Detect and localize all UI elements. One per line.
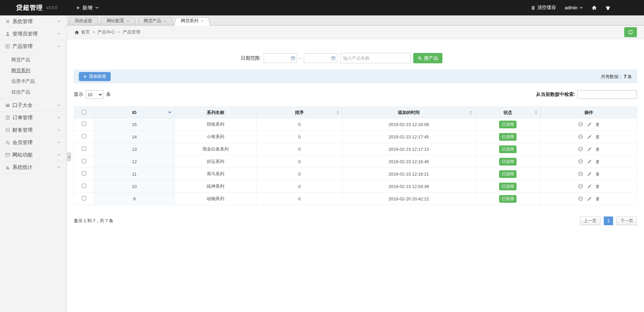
status-badge[interactable]: 已启用	[499, 183, 517, 190]
date-from-input[interactable]	[265, 56, 289, 61]
minus-circle-icon[interactable]	[578, 184, 583, 189]
home-button[interactable]	[592, 5, 597, 10]
status-badge[interactable]: 已启用	[499, 145, 517, 153]
edit-icon[interactable]	[587, 122, 591, 127]
column-header-排序[interactable]: 排序	[257, 107, 342, 118]
row-checkbox[interactable]	[82, 134, 86, 138]
edit-icon[interactable]	[587, 197, 591, 201]
tab-网站配置[interactable]: 网站配置×	[100, 16, 136, 25]
select-all-checkbox[interactable]	[82, 110, 86, 114]
sidebar-subitem-征信产品[interactable]: 征信产品	[0, 86, 67, 97]
order-icon	[5, 115, 10, 120]
status-badge[interactable]: 已启用	[499, 121, 517, 128]
add-tag-button[interactable]: 添加标签	[79, 72, 111, 81]
minus-circle-icon[interactable]	[578, 122, 583, 127]
sidebar-item-系统统计[interactable]: 系统统计	[0, 161, 67, 174]
sidebar-item-管理员管理[interactable]: 管理员管理	[0, 28, 67, 40]
next-page-button[interactable]: 下一页	[616, 216, 637, 225]
status-badge[interactable]: 已启用	[499, 195, 517, 203]
column-header-ID[interactable]: ID	[94, 107, 175, 118]
plus-icon	[83, 75, 87, 78]
sidebar-subitem-网贷产品[interactable]: 网贷产品	[0, 54, 67, 65]
minus-circle-icon[interactable]	[578, 196, 583, 201]
current-page-button[interactable]: 1	[604, 216, 613, 225]
row-checkbox[interactable]	[82, 146, 86, 151]
product-name-input[interactable]	[340, 53, 411, 63]
tab-close-icon[interactable]: ×	[201, 19, 204, 23]
minus-circle-icon[interactable]	[578, 134, 583, 139]
edit-icon[interactable]	[587, 172, 591, 176]
row-id-cell: 13	[94, 143, 175, 155]
delete-icon[interactable]	[595, 184, 600, 189]
sidebar-item-口子大全[interactable]: 口子大全	[0, 99, 67, 112]
row-checkbox[interactable]	[82, 171, 86, 176]
row-name-cell: 动物系列	[175, 193, 257, 205]
tab-网贷系列[interactable]: 网贷系列×	[174, 16, 210, 25]
delete-icon[interactable]	[595, 135, 600, 139]
sort-desc-icon	[168, 112, 171, 114]
pagination-info: 显示 1 到 7，共 7 条	[74, 218, 113, 224]
delete-icon[interactable]	[595, 147, 600, 151]
finance-icon	[5, 128, 10, 132]
breadcrumb-item-产品管理[interactable]: 产品管理	[123, 29, 140, 35]
edit-icon[interactable]	[587, 147, 591, 151]
tab-close-icon[interactable]: ×	[127, 19, 129, 23]
sidebar-subitem-网贷系列[interactable]: 网贷系列	[0, 65, 67, 76]
new-button[interactable]: 新增	[76, 5, 99, 11]
edit-icon[interactable]	[587, 135, 591, 139]
tab-网贷产品[interactable]: 网贷产品×	[137, 16, 173, 25]
delete-icon[interactable]	[595, 122, 600, 127]
delete-icon[interactable]	[595, 197, 600, 201]
tab-我的桌面[interactable]: 我的桌面	[68, 16, 99, 25]
stats-icon	[5, 165, 10, 170]
minus-circle-icon[interactable]	[578, 172, 583, 176]
row-checkbox[interactable]	[82, 184, 86, 188]
page-size-group: 显示 10 条	[74, 90, 111, 99]
column-header-状态[interactable]: 状态	[475, 107, 541, 118]
sidebar-item-会员管理[interactable]: 会员管理	[0, 136, 67, 149]
status-badge[interactable]: 已启用	[499, 133, 517, 141]
status-badge[interactable]: 已启用	[499, 170, 517, 178]
calendar-icon[interactable]	[331, 56, 335, 60]
breadcrumb-separator: >	[93, 30, 95, 35]
search-product-button[interactable]: 搜产品	[413, 53, 442, 63]
date-from-field[interactable]	[264, 53, 297, 63]
clear-cache-button[interactable]: 清空缓存	[531, 5, 556, 11]
page-size-select[interactable]: 10	[86, 90, 103, 99]
row-checkbox[interactable]	[82, 159, 86, 163]
tab-close-icon[interactable]: ×	[164, 19, 167, 23]
sidebar-item-产品管理[interactable]: 产品管理	[0, 40, 67, 53]
edit-icon[interactable]	[587, 160, 591, 164]
table-search-label: 从当前数据中检索:	[536, 91, 575, 98]
date-to-input[interactable]	[306, 56, 330, 61]
date-to-field[interactable]	[304, 53, 337, 63]
sidebar-item-系统管理[interactable]: 系统管理	[0, 15, 67, 28]
sidebar-item-订单管理[interactable]: 订单管理	[0, 112, 67, 124]
calendar-icon[interactable]	[291, 56, 295, 60]
row-checkbox[interactable]	[82, 196, 86, 200]
minus-circle-icon[interactable]	[578, 159, 583, 164]
table-search-input[interactable]	[577, 90, 637, 99]
theme-button[interactable]	[605, 6, 610, 10]
sidebar-item-网站功能[interactable]: 网站功能	[0, 149, 67, 161]
prev-page-button[interactable]: 上一页	[580, 216, 600, 225]
status-badge[interactable]: 已启用	[499, 158, 517, 166]
delete-icon[interactable]	[595, 172, 600, 176]
breadcrumb-item-首页[interactable]: 首页	[81, 29, 90, 35]
minus-circle-icon[interactable]	[578, 147, 583, 151]
column-header-添加的时间[interactable]: 添加的时间	[342, 107, 475, 118]
row-checkbox-cell	[74, 168, 94, 180]
sidebar-item-财务管理[interactable]: 财务管理	[0, 124, 67, 136]
table-row: 12好运系列02019-02-23 12:16:45已启用	[74, 155, 637, 168]
sidebar-subitem-信用卡产品[interactable]: 信用卡产品	[0, 76, 67, 86]
refresh-button[interactable]	[624, 27, 637, 37]
user-menu[interactable]: admin	[565, 5, 583, 10]
breadcrumb-item-产品中心[interactable]: 产品中心	[98, 29, 115, 35]
row-name-cell: 小猪系列	[175, 131, 257, 143]
row-id-cell: 15	[94, 118, 175, 131]
table-row: 15回收系列02019-02-23 12:18:09已启用	[74, 118, 637, 131]
edit-icon[interactable]	[587, 184, 591, 189]
row-checkbox[interactable]	[82, 122, 86, 126]
sidebar-collapse-handle[interactable]: ◀	[67, 152, 71, 161]
delete-icon[interactable]	[595, 160, 600, 164]
